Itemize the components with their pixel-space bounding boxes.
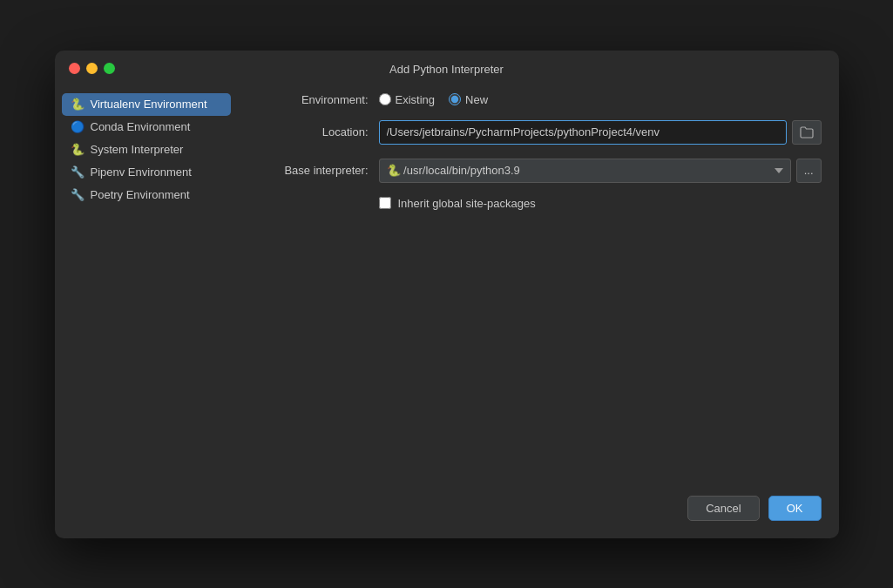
location-input[interactable] bbox=[379, 120, 787, 145]
existing-option[interactable]: Existing bbox=[379, 93, 436, 106]
location-row: Location: bbox=[255, 120, 822, 145]
dialog-footer: Cancel OK bbox=[55, 482, 839, 538]
dialog-body: 🐍 Virtualenv Environment 🔵 Conda Environ… bbox=[55, 84, 839, 482]
sidebar-item-poetry[interactable]: 🔧 Poetry Environment bbox=[62, 184, 231, 206]
base-interpreter-row: Base interpreter: 🐍 /usr/local/bin/pytho… bbox=[255, 159, 822, 183]
dialog: Add Python Interpreter 🐍 Virtualenv Envi… bbox=[55, 51, 839, 538]
close-button[interactable] bbox=[69, 63, 80, 74]
sidebar-label-virtualenv: Virtualenv Environment bbox=[91, 98, 207, 111]
ellipsis-label: ... bbox=[804, 164, 814, 177]
existing-label: Existing bbox=[396, 93, 436, 106]
location-input-wrapper bbox=[379, 120, 822, 145]
maximize-button[interactable] bbox=[104, 63, 115, 74]
system-icon: 🐍 bbox=[71, 143, 85, 157]
inherit-checkbox[interactable] bbox=[379, 197, 391, 209]
ok-button[interactable]: OK bbox=[768, 496, 822, 521]
environment-label: Environment: bbox=[255, 93, 369, 106]
folder-icon bbox=[800, 126, 814, 139]
pipenv-icon: 🔧 bbox=[71, 166, 85, 179]
sidebar-label-pipenv: Pipenv Environment bbox=[91, 166, 192, 179]
sidebar-label-poetry: Poetry Environment bbox=[91, 188, 190, 201]
environment-row: Environment: Existing New bbox=[255, 93, 822, 106]
sidebar-label-system: System Interpreter bbox=[91, 143, 184, 156]
sidebar-item-conda[interactable]: 🔵 Conda Environment bbox=[62, 116, 231, 139]
sidebar-label-conda: Conda Environment bbox=[91, 120, 191, 133]
sidebar-item-pipenv[interactable]: 🔧 Pipenv Environment bbox=[62, 161, 231, 184]
interpreter-select[interactable]: 🐍 /usr/local/bin/python3.9 🐍 /usr/bin/py… bbox=[379, 159, 791, 183]
new-radio[interactable] bbox=[449, 93, 461, 105]
traffic-lights bbox=[69, 63, 115, 74]
cancel-button[interactable]: Cancel bbox=[687, 496, 759, 521]
new-label: New bbox=[465, 93, 488, 106]
title-bar: Add Python Interpreter bbox=[55, 51, 839, 84]
sidebar-item-virtualenv[interactable]: 🐍 Virtualenv Environment bbox=[62, 93, 231, 116]
minimize-button[interactable] bbox=[86, 63, 98, 74]
main-content: Environment: Existing New Location: bbox=[238, 93, 839, 464]
new-option[interactable]: New bbox=[449, 93, 488, 106]
existing-radio[interactable] bbox=[379, 93, 391, 105]
conda-icon: 🔵 bbox=[71, 120, 85, 134]
sidebar: 🐍 Virtualenv Environment 🔵 Conda Environ… bbox=[55, 93, 238, 464]
radio-group: Existing New bbox=[379, 93, 489, 106]
base-interpreter-label: Base interpreter: bbox=[255, 164, 369, 177]
dialog-title: Add Python Interpreter bbox=[389, 63, 504, 76]
location-label: Location: bbox=[255, 125, 369, 139]
browse-button[interactable] bbox=[792, 120, 822, 145]
ellipsis-button[interactable]: ... bbox=[796, 159, 822, 183]
poetry-icon: 🔧 bbox=[71, 188, 85, 202]
inherit-label[interactable]: Inherit global site-packages bbox=[398, 197, 536, 210]
virtualenv-icon: 🐍 bbox=[71, 98, 85, 112]
select-wrapper: 🐍 /usr/local/bin/python3.9 🐍 /usr/bin/py… bbox=[379, 159, 822, 183]
sidebar-item-system[interactable]: 🐍 System Interpreter bbox=[62, 139, 231, 161]
checkbox-row: Inherit global site-packages bbox=[379, 197, 822, 210]
